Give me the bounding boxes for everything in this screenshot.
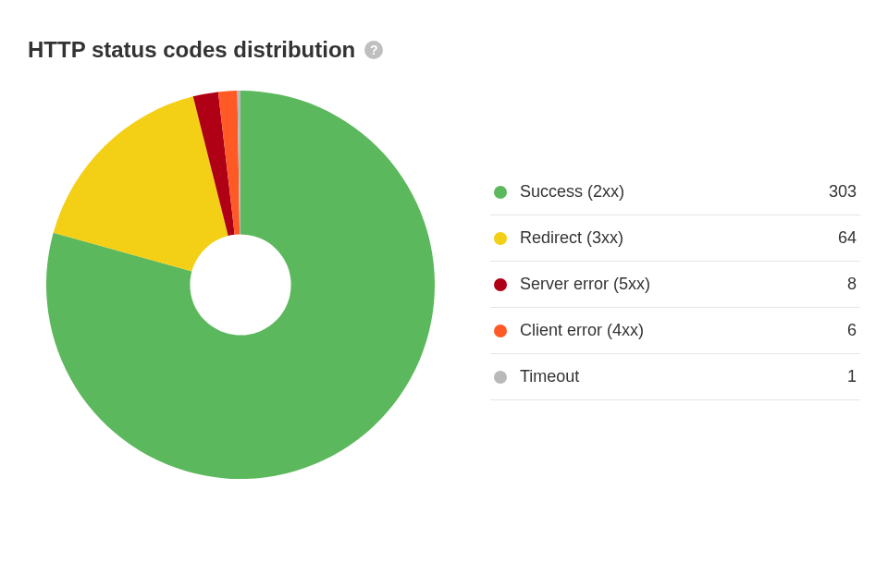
legend-value: 64 (838, 228, 857, 248)
legend-swatch (494, 278, 507, 291)
legend-swatch (494, 325, 507, 337)
legend-left: Timeout (494, 367, 579, 386)
legend-row[interactable]: Server error (5xx)8 (490, 262, 860, 308)
page-title: HTTP status codes distribution (28, 37, 355, 63)
legend-row[interactable]: Client error (4xx)6 (490, 308, 860, 354)
legend-swatch (494, 186, 507, 199)
legend-label: Success (2xx) (520, 182, 624, 202)
legend-swatch (494, 232, 507, 245)
donut-chart (46, 91, 435, 479)
chart-card: HTTP status codes distribution ? Success… (0, 0, 888, 588)
legend-label: Server error (5xx) (520, 275, 650, 294)
legend-label: Timeout (520, 367, 579, 386)
legend-value: 6 (847, 321, 857, 340)
legend-label: Client error (4xx) (520, 321, 644, 340)
legend-left: Server error (5xx) (494, 275, 650, 294)
legend-swatch (494, 371, 507, 384)
legend-row[interactable]: Timeout1 (490, 354, 860, 400)
legend-left: Success (2xx) (494, 182, 624, 202)
legend: Success (2xx)303Redirect (3xx)64Server e… (490, 169, 860, 400)
legend-value: 1 (847, 367, 857, 386)
donut-hole (190, 234, 290, 335)
legend-row[interactable]: Success (2xx)303 (490, 169, 860, 215)
legend-value: 8 (847, 275, 857, 294)
help-icon[interactable]: ? (364, 41, 383, 59)
legend-label: Redirect (3xx) (520, 228, 623, 248)
legend-left: Client error (4xx) (494, 321, 644, 340)
title-row: HTTP status codes distribution ? (28, 37, 860, 63)
legend-value: 303 (829, 182, 857, 202)
legend-row[interactable]: Redirect (3xx)64 (490, 215, 860, 262)
chart-content: Success (2xx)303Redirect (3xx)64Server e… (28, 91, 860, 479)
donut-svg (46, 91, 435, 479)
legend-left: Redirect (3xx) (494, 228, 623, 248)
